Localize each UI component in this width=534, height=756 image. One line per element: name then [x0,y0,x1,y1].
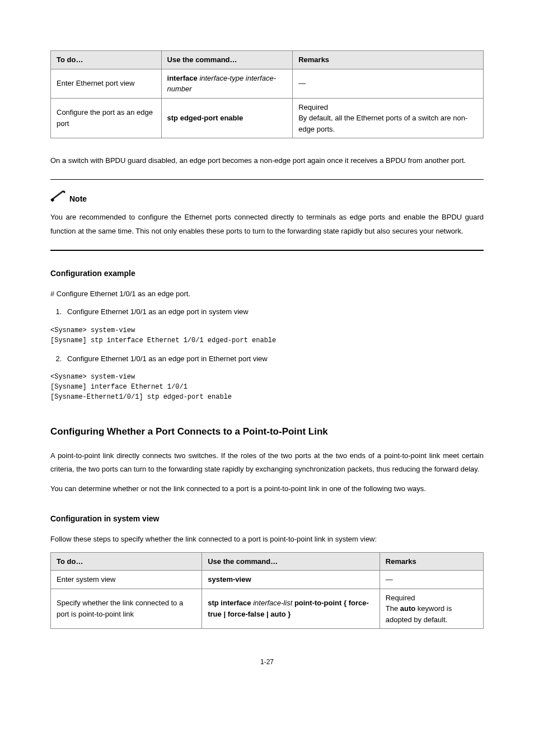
code-block: <Sysname> system-view [Sysname] interfac… [50,372,484,402]
cmd-bold: stp edged-port enable [167,114,243,122]
table-row: Enter Ethernet port view interface inter… [51,69,484,98]
cmd-bold: point-to-point [294,599,341,607]
col-header-todo: To do… [51,51,162,69]
cmd-bold: auto [270,610,285,618]
col-header-remarks: Remarks [380,552,483,571]
cell-remarks: Required The auto keyword is adopted by … [380,589,483,629]
list-item: Configure Ethernet 1/0/1 as an edge port… [64,353,484,365]
page-number: 1-27 [50,657,484,667]
example-list: Configure Ethernet 1/0/1 as an edge port… [50,306,484,318]
paragraph-bpdu: On a switch with BPDU guard disabled, an… [50,154,484,168]
cell-command: stp interface interface-list point-to-po… [202,589,380,629]
col-header-command: Use the command… [202,552,380,571]
list-item: Configure Ethernet 1/0/1 as an edge port… [64,306,484,318]
cell-todo: Specify whether the link connected to a … [51,589,202,629]
cell-command: interface interface-type interface-numbe… [161,69,293,98]
cell-todo: Enter system view [51,571,202,589]
table-system-view: To do… Use the command… Remarks Enter sy… [50,552,484,629]
code-block: <Sysname> system-view [Sysname] stp inte… [50,325,484,346]
cell-remarks: Required By default, all the Ethernet po… [293,98,484,138]
heading-config-example: Configuration example [50,268,484,279]
table-port-view: To do… Use the command… Remarks Enter Et… [50,50,484,138]
cell-remarks: — [380,571,483,589]
remarks-default: By default, all the Ethernet ports of a … [298,113,477,134]
cmd-bold: force-false [228,610,265,618]
col-header-todo: To do… [51,552,202,571]
cell-command: system-view [202,571,380,589]
divider [50,179,484,180]
note-body: You are recommended to configure the Eth… [50,211,484,238]
example-intro: # Configure Ethernet 1/0/1 as an edge po… [50,287,484,301]
heading-p2p: Configuring Whether a Port Connects to a… [50,424,484,439]
divider [50,250,484,251]
p2p-paragraph-2: You can determine whether or not the lin… [50,482,484,496]
table2-intro: Follow these steps to specify whether th… [50,533,484,547]
note-label: Note [69,193,87,205]
remarks-default: The auto keyword is adopted by default. [386,603,477,625]
cell-todo: Enter Ethernet port view [51,69,162,98]
table-row: Enter system view system-view — [51,571,484,589]
table-row: Specify whether the link connected to a … [51,589,484,629]
note-header: Note [50,190,484,206]
cmd-bold: stp interface [208,599,251,607]
cell-command: stp edged-port enable [161,98,293,138]
example-list: Configure Ethernet 1/0/1 as an edge port… [50,353,484,365]
heading-sysview: Configuration in system view [50,513,484,525]
col-header-remarks: Remarks [293,51,484,69]
cmd-var: interface-list [253,599,292,607]
remarks-required: Required [386,592,477,604]
note-icon [50,190,66,206]
remarks-required: Required [298,102,477,113]
auto-keyword: auto [400,604,415,613]
col-header-command: Use the command… [161,51,293,69]
cell-remarks: — [293,69,484,98]
cmd-bold: interface [167,74,198,82]
cmd-bold: system-view [208,575,251,584]
cell-todo: Configure the port as an edge port [51,98,162,138]
table-row: Configure the port as an edge port stp e… [51,98,484,138]
p2p-paragraph-1: A point-to-point link directly connects … [50,449,484,477]
